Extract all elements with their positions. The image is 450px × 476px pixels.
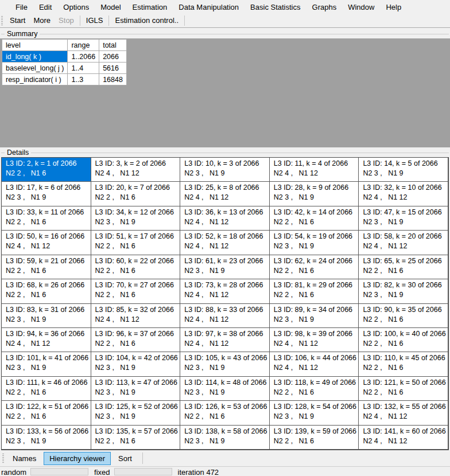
detail-cell[interactable]: L3 ID: 20, k = 7 of 2066N2 2 , N1 6 (91, 182, 181, 206)
menu-item-options[interactable]: Options (57, 2, 95, 13)
detail-cell[interactable]: L3 ID: 139, k = 59 of 2066N2 2 , N1 6 (270, 426, 359, 450)
detail-cell[interactable]: L3 ID: 73, k = 28 of 2066N2 4 , N1 12 (180, 279, 270, 303)
menu-item-estimation[interactable]: Estimation (127, 2, 173, 13)
detail-cell[interactable]: L3 ID: 133, k = 56 of 2066N2 3 , N1 9 (2, 426, 91, 450)
detail-cell[interactable]: L3 ID: 51, k = 17 of 2066N2 2 , N1 6 (91, 231, 181, 255)
detail-cell[interactable]: L3 ID: 132, k = 55 of 2066N2 4 , N1 12 (359, 401, 448, 425)
summary-cell-range[interactable]: 1..2066 (68, 51, 99, 63)
detail-cell-line2: N2 4 , N1 12 (274, 169, 358, 178)
detail-cell[interactable]: L3 ID: 106, k = 44 of 2066N2 4 , N1 12 (270, 352, 359, 376)
detail-cell[interactable]: L3 ID: 104, k = 42 of 2066N2 3 , N1 9 (91, 352, 181, 376)
summary-row[interactable]: baselevel_long( j )1..45616 (2, 63, 127, 74)
detail-cell[interactable]: L3 ID: 85, k = 32 of 2066N2 4 , N1 12 (91, 304, 181, 328)
detail-cell[interactable]: L3 ID: 97, k = 38 of 2066N2 4 , N1 12 (180, 328, 270, 352)
toolbar-button-estimation-control-[interactable]: Estimation control.. (111, 15, 183, 26)
detail-cell[interactable]: L3 ID: 81, k = 29 of 2066N2 2 , N1 6 (270, 279, 359, 303)
menu-item-graphs[interactable]: Graphs (307, 2, 343, 13)
summary-row[interactable]: id_long( k )1..20662066 (2, 51, 127, 63)
detail-cell-line1: L3 ID: 85, k = 32 of 2066 (95, 305, 179, 315)
menu-item-model[interactable]: Model (95, 2, 126, 13)
detail-cell-line2: N2 2 , N1 6 (6, 217, 90, 227)
detail-cell[interactable]: L3 ID: 14, k = 5 of 2066N2 3 , N1 9 (359, 158, 448, 182)
menu-item-basic-statistics[interactable]: Basic Statistics (245, 2, 306, 13)
detail-cell[interactable]: L3 ID: 62, k = 24 of 2066N2 2 , N1 6 (270, 255, 359, 279)
tabbar-gripper-icon[interactable] (2, 454, 4, 463)
toolbar-button-start[interactable]: Start (6, 15, 29, 26)
toolbar-button-igls[interactable]: IGLS (82, 15, 107, 26)
detail-cell[interactable]: L3 ID: 94, k = 36 of 2066N2 4 , N1 12 (2, 328, 91, 352)
toolbar-gripper-icon[interactable] (1, 16, 3, 25)
detail-cell[interactable]: L3 ID: 128, k = 54 of 2066N2 3 , N1 9 (270, 401, 359, 425)
detail-cell[interactable]: L3 ID: 2, k = 1 of 2066N2 2 , N1 6 (2, 158, 91, 182)
detail-cell[interactable]: L3 ID: 28, k = 9 of 2066N2 3 , N1 9 (270, 182, 359, 206)
detail-cell-line1: L3 ID: 14, k = 5 of 2066 (363, 159, 447, 169)
summary-cell-total[interactable]: 5616 (99, 63, 127, 74)
menu-item-data-manipulation[interactable]: Data Manipulation (173, 2, 245, 13)
detail-cell[interactable]: L3 ID: 33, k = 11 of 2066N2 2 , N1 6 (2, 206, 91, 231)
detail-cell[interactable]: L3 ID: 52, k = 18 of 2066N2 4 , N1 12 (180, 231, 270, 255)
summary-cell-total[interactable]: 2066 (99, 51, 127, 63)
detail-cell[interactable]: L3 ID: 83, k = 31 of 2066N2 3 , N1 9 (2, 304, 91, 328)
detail-cell[interactable]: L3 ID: 32, k = 10 of 2066N2 4 , N1 12 (359, 182, 448, 206)
summary-cell-level[interactable]: id_long( k ) (2, 51, 68, 63)
tab-sort[interactable]: Sort (113, 452, 138, 465)
summary-cell-total[interactable]: 16848 (99, 74, 127, 85)
detail-cell[interactable]: L3 ID: 58, k = 20 of 2066N2 4 , N1 12 (359, 231, 448, 255)
summary-cell-range[interactable]: 1..4 (68, 63, 99, 74)
detail-cell[interactable]: L3 ID: 10, k = 3 of 2066N2 3 , N1 9 (180, 158, 270, 182)
detail-cell[interactable]: L3 ID: 17, k = 6 of 2066N2 3 , N1 9 (2, 182, 91, 206)
detail-cell-line1: L3 ID: 54, k = 19 of 2066 (274, 232, 358, 241)
detail-cell[interactable]: L3 ID: 59, k = 21 of 2066N2 2 , N1 6 (2, 255, 91, 279)
detail-cell-line1: L3 ID: 3, k = 2 of 2066 (95, 159, 179, 169)
detail-cell[interactable]: L3 ID: 61, k = 23 of 2066N2 3 , N1 9 (180, 255, 270, 279)
menu-item-window[interactable]: Window (342, 2, 380, 13)
detail-cell[interactable]: L3 ID: 98, k = 39 of 2066N2 4 , N1 12 (270, 328, 359, 352)
detail-cell[interactable]: L3 ID: 82, k = 30 of 2066N2 3 , N1 9 (359, 279, 448, 303)
detail-cell[interactable]: L3 ID: 36, k = 13 of 2066N2 4 , N1 12 (180, 206, 270, 231)
detail-cell[interactable]: L3 ID: 34, k = 12 of 2066N2 3 , N1 9 (91, 206, 181, 231)
detail-cell[interactable]: L3 ID: 47, k = 15 of 2066N2 3 , N1 9 (359, 206, 448, 231)
detail-cell[interactable]: L3 ID: 125, k = 52 of 2066N2 3 , N1 9 (91, 401, 181, 425)
detail-cell[interactable]: L3 ID: 89, k = 34 of 2066N2 3 , N1 9 (270, 304, 359, 328)
detail-cell-line1: L3 ID: 101, k = 41 of 2066 (6, 353, 90, 363)
detail-cell[interactable]: L3 ID: 100, k = 40 of 2066N2 2 , N1 6 (359, 328, 448, 352)
detail-cell[interactable]: L3 ID: 65, k = 25 of 2066N2 2 , N1 6 (359, 255, 448, 279)
summary-cell-level[interactable]: resp_indicator( i ) (2, 74, 68, 85)
detail-cell[interactable]: L3 ID: 54, k = 19 of 2066N2 3 , N1 9 (270, 231, 359, 255)
detail-cell[interactable]: L3 ID: 141, k = 60 of 2066N2 4 , N1 12 (359, 426, 448, 450)
menu-item-help[interactable]: Help (380, 2, 407, 13)
detail-cell-line2: N2 2 , N1 6 (95, 290, 179, 300)
tab-hierarchy-viewer[interactable]: Hierarchy viewer (44, 452, 111, 465)
detail-cell[interactable]: L3 ID: 60, k = 22 of 2066N2 2 , N1 6 (91, 255, 181, 279)
detail-cell[interactable]: L3 ID: 90, k = 35 of 2066N2 2 , N1 6 (359, 304, 448, 328)
summary-row[interactable]: resp_indicator( i )1..316848 (2, 74, 127, 85)
summary-cell-level[interactable]: baselevel_long( j ) (2, 63, 68, 74)
menu-item-file[interactable]: File (10, 2, 33, 13)
toolbar-button-more[interactable]: More (29, 15, 55, 26)
detail-cell[interactable]: L3 ID: 111, k = 46 of 2066N2 2 , N1 6 (2, 377, 91, 401)
detail-cell[interactable]: L3 ID: 126, k = 53 of 2066N2 2 , N1 6 (180, 401, 270, 425)
detail-cell[interactable]: L3 ID: 121, k = 50 of 2066N2 2 , N1 6 (359, 377, 448, 401)
detail-cell[interactable]: L3 ID: 114, k = 48 of 2066N2 3 , N1 9 (180, 377, 270, 401)
detail-cell[interactable]: L3 ID: 105, k = 43 of 2066N2 3 , N1 9 (180, 352, 270, 376)
detail-cell[interactable]: L3 ID: 70, k = 27 of 2066N2 2 , N1 6 (91, 279, 181, 303)
detail-cell[interactable]: L3 ID: 25, k = 8 of 2066N2 4 , N1 12 (180, 182, 270, 206)
detail-cell-line1: L3 ID: 28, k = 9 of 2066 (274, 183, 358, 193)
detail-cell[interactable]: L3 ID: 42, k = 14 of 2066N2 2 , N1 6 (270, 206, 359, 231)
detail-cell[interactable]: L3 ID: 113, k = 47 of 2066N2 3 , N1 9 (91, 377, 181, 401)
detail-cell[interactable]: L3 ID: 138, k = 58 of 2066N2 3 , N1 9 (180, 426, 270, 450)
detail-cell[interactable]: L3 ID: 88, k = 33 of 2066N2 4 , N1 12 (180, 304, 270, 328)
detail-cell[interactable]: L3 ID: 118, k = 49 of 2066N2 2 , N1 6 (270, 377, 359, 401)
detail-cell[interactable]: L3 ID: 68, k = 26 of 2066N2 2 , N1 6 (2, 279, 91, 303)
menu-item-edit[interactable]: Edit (33, 2, 57, 13)
detail-cell[interactable]: L3 ID: 11, k = 4 of 2066N2 4 , N1 12 (270, 158, 359, 182)
detail-cell[interactable]: L3 ID: 135, k = 57 of 2066N2 2 , N1 6 (91, 426, 181, 450)
detail-cell[interactable]: L3 ID: 101, k = 41 of 2066N2 3 , N1 9 (2, 352, 91, 376)
detail-cell[interactable]: L3 ID: 110, k = 45 of 2066N2 2 , N1 6 (359, 352, 448, 376)
detail-cell[interactable]: L3 ID: 122, k = 51 of 2066N2 2 , N1 6 (2, 401, 91, 425)
detail-cell[interactable]: L3 ID: 3, k = 2 of 2066N2 4 , N1 12 (91, 158, 181, 182)
tab-names[interactable]: Names (7, 452, 42, 465)
summary-cell-range[interactable]: 1..3 (68, 74, 99, 85)
detail-cell[interactable]: L3 ID: 50, k = 16 of 2066N2 4 , N1 12 (2, 231, 91, 255)
detail-cell[interactable]: L3 ID: 96, k = 37 of 2066N2 2 , N1 6 (91, 328, 181, 352)
